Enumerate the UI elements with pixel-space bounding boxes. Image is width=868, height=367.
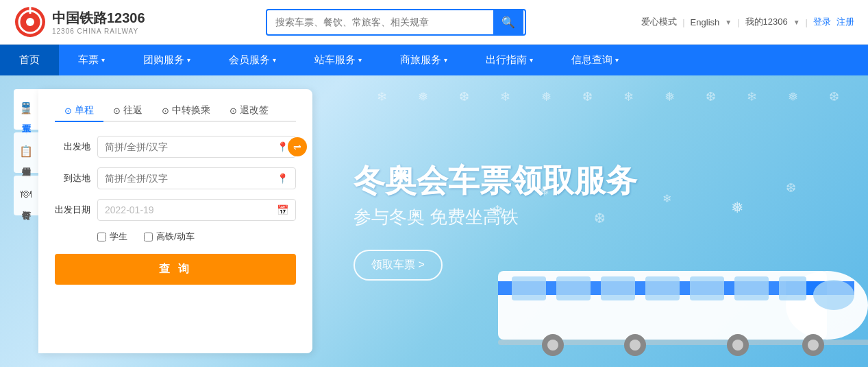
destination-label: 到达地 [55, 172, 90, 185]
tab-refund-label: 退改签 [240, 104, 269, 117]
svg-point-2 [26, 18, 34, 26]
nav-label-info: 信息查询 [571, 54, 612, 67]
gaotie-checkbox[interactable] [144, 233, 153, 241]
english-link[interactable]: English [691, 17, 720, 27]
destination-input-wrapper[interactable]: 📍 [97, 167, 296, 189]
transfer-icon: ⊙ [162, 106, 169, 116]
login-button[interactable]: 登录 [813, 16, 831, 28]
gaotie-checkbox-label[interactable]: 高铁/动车 [144, 230, 195, 243]
origin-input-wrapper[interactable]: 📍 [97, 136, 296, 158]
nav-item-station[interactable]: 站车服务 ▾ [295, 45, 381, 75]
divider-3: | [806, 17, 808, 27]
nav-arrow-group: ▾ [187, 56, 190, 64]
logo-subtitle: 12306 CHINA RAILWAY [52, 27, 145, 35]
destination-row: 到达地 📍 [55, 167, 296, 189]
student-checkbox[interactable] [97, 233, 106, 241]
nav-label-tickets: 车票 [78, 54, 99, 67]
swap-button[interactable]: ⇌ [288, 137, 307, 156]
tab-refund[interactable]: ⊙ 退改签 [220, 100, 278, 122]
hero-button[interactable]: 领取车票 > [354, 250, 443, 281]
logo-title: 中国铁路12306 [52, 9, 145, 27]
nav-item-guide[interactable]: 出行指南 ▾ [467, 45, 552, 75]
main-nav: 首页 车票 ▾ 团购服务 ▾ 会员服务 ▾ 站车服务 ▾ 商旅服务 ▾ 出行指南… [0, 45, 868, 75]
ticket-panel-wrapper: 🚆 车票 📋 常用查询 🍽 订餐 ⊙ 单程 ⊙ 往 [0, 75, 312, 367]
origin-input[interactable] [105, 141, 277, 152]
checkbox-row: 学生 高铁/动车 [97, 230, 296, 243]
nav-item-tickets[interactable]: 车票 ▾ [59, 45, 124, 75]
roundtrip-icon: ⊙ [113, 106, 121, 116]
nav-item-info[interactable]: 信息查询 ▾ [552, 45, 638, 75]
side-tabs: 🚆 车票 📋 常用查询 🍽 订餐 [14, 89, 38, 353]
nav-label-member: 会员服务 [229, 54, 270, 67]
header-actions: 爱心模式 | English ▼ | 我的12306 ▼ | 登录 注册 [641, 16, 854, 28]
query-icon: 📋 [19, 145, 33, 158]
tab-oneway-label: 单程 [75, 104, 94, 117]
tab-oneway[interactable]: ⊙ 单程 [55, 100, 103, 122]
logo-area: 中国铁路12306 12306 CHINA RAILWAY [14, 5, 151, 38]
header: 中国铁路12306 12306 CHINA RAILWAY 🔍 爱心模式 | E… [0, 0, 868, 45]
nav-label-station: 站车服务 [314, 54, 356, 67]
logo-text: 中国铁路12306 12306 CHINA RAILWAY [52, 9, 145, 35]
ticket-tabs: ⊙ 单程 ⊙ 往返 ⊙ 中转换乘 ⊙ 退改签 [55, 100, 296, 122]
nav-arrow-tickets: ▾ [101, 56, 105, 64]
origin-row: 出发地 📍 ⇌ [55, 136, 296, 158]
logo-icon [14, 5, 47, 38]
query-button[interactable]: 查 询 [55, 254, 296, 285]
hero-section: 冬奥会车票领取服务 参与冬奥 免费坐高铁 领取车票 > [312, 75, 868, 367]
side-tab-ticket[interactable]: 🚆 车票 [14, 89, 38, 130]
search-input[interactable] [267, 11, 493, 33]
date-label: 出发日期 [55, 204, 90, 216]
side-tab-dining[interactable]: 🍽 订餐 [14, 176, 38, 215]
calendar-icon: 📅 [277, 204, 288, 215]
nav-item-home[interactable]: 首页 [0, 45, 59, 75]
nav-label-group: 团购服务 [143, 54, 184, 67]
register-button[interactable]: 注册 [836, 16, 854, 28]
oneway-icon: ⊙ [64, 106, 72, 116]
tab-roundtrip-label: 往返 [123, 104, 142, 117]
nav-arrow-business: ▾ [444, 56, 447, 64]
tab-transfer[interactable]: ⊙ 中转换乘 [152, 100, 220, 122]
ticket-panel: ⊙ 单程 ⊙ 往返 ⊙ 中转换乘 ⊙ 退改签 出发地 [38, 89, 312, 353]
search-button[interactable]: 🔍 [493, 10, 523, 34]
nav-label-guide: 出行指南 [486, 54, 527, 67]
train-icon: 🚆 [19, 102, 33, 115]
tab-roundtrip[interactable]: ⊙ 往返 [103, 100, 152, 122]
origin-location-icon: 📍 [277, 141, 288, 152]
gaotie-label: 高铁/动车 [156, 230, 195, 243]
side-tab-query[interactable]: 📋 常用查询 [14, 132, 38, 173]
main-content: 🚆 车票 📋 常用查询 🍽 订餐 ⊙ 单程 ⊙ 往 [0, 75, 868, 367]
english-dropdown-icon[interactable]: ▼ [725, 19, 732, 26]
nav-item-business[interactable]: 商旅服务 ▾ [381, 45, 467, 75]
search-box: 🔍 [266, 9, 526, 36]
destination-location-icon: 📍 [277, 173, 288, 184]
student-checkbox-label[interactable]: 学生 [97, 230, 127, 243]
destination-input[interactable] [105, 173, 277, 184]
nav-label-business: 商旅服务 [400, 54, 441, 67]
my12306-link[interactable]: 我的12306 [745, 16, 788, 28]
nav-label-home: 首页 [19, 54, 40, 67]
date-input[interactable] [105, 204, 277, 215]
hero-title: 冬奥会车票领取服务 [354, 162, 827, 200]
nav-item-group[interactable]: 团购服务 ▾ [124, 45, 210, 75]
divider-1: | [682, 17, 684, 27]
aixin-mode-link[interactable]: 爱心模式 [641, 16, 677, 28]
nav-item-member[interactable]: 会员服务 ▾ [210, 45, 295, 75]
date-input-wrapper[interactable]: 📅 [97, 199, 296, 221]
student-label: 学生 [110, 230, 127, 243]
nav-arrow-station: ▾ [358, 56, 362, 64]
divider-2: | [737, 17, 739, 27]
nav-arrow-guide: ▾ [530, 56, 533, 64]
nav-arrow-info: ▾ [615, 56, 619, 64]
hero-subtitle: 参与冬奥 免费坐高铁 [354, 205, 827, 229]
date-row: 出发日期 📅 [55, 199, 296, 221]
my12306-dropdown-icon[interactable]: ▼ [793, 19, 800, 26]
refund-icon: ⊙ [230, 106, 237, 116]
origin-label: 出发地 [55, 141, 90, 153]
dining-icon: 🍽 [21, 188, 32, 200]
tab-transfer-label: 中转换乘 [172, 104, 210, 117]
nav-arrow-member: ▾ [273, 56, 276, 64]
search-area: 🔍 [151, 9, 641, 36]
